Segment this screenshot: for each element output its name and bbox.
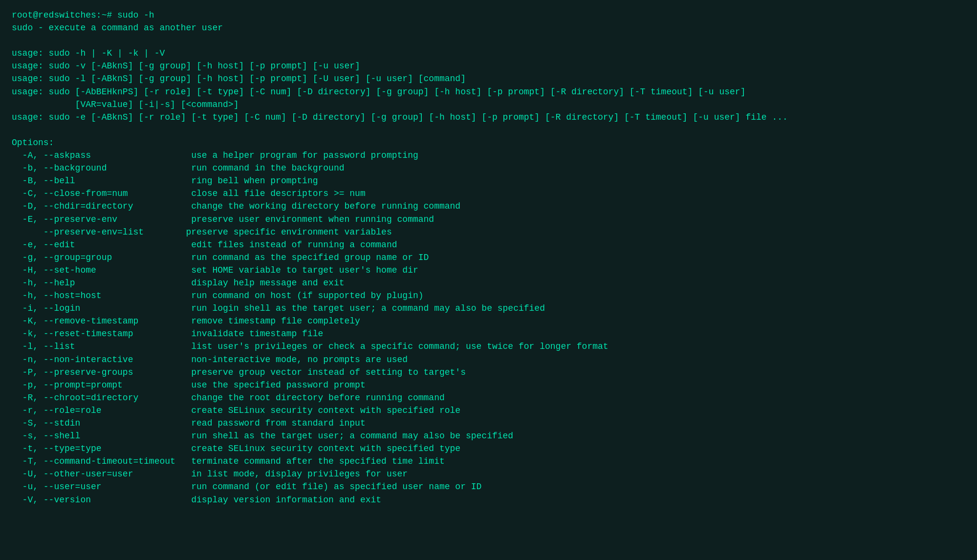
output-line: -E, --preserve-env preserve user environ… (12, 215, 434, 224)
output-line: usage: sudo -h | -K | -k | -V (12, 48, 165, 58)
output-line: -V, --version display version informatio… (12, 495, 381, 505)
output-line: Options: (12, 138, 54, 148)
output-line: -C, --close-from=num close all file desc… (12, 189, 366, 198)
output-line: -e, --edit edit files instead of running… (12, 240, 397, 250)
output-line: -D, --chdir=directory change the working… (12, 201, 460, 211)
output-line: usage: sudo -e [-ABknS] [-r role] [-t ty… (12, 112, 788, 122)
output-line: -b, --background run command in the back… (12, 163, 345, 173)
output-line: -h, --help display help message and exit (12, 278, 345, 288)
output-line: -U, --other-user=user in list mode, disp… (12, 469, 408, 479)
output-line: -A, --askpass use a helper program for p… (12, 151, 418, 160)
output-line: -t, --type=type create SELinux security … (12, 444, 460, 453)
output-line: -H, --set-home set HOME variable to targ… (12, 265, 418, 275)
output-line: -l, --list list user's privileges or che… (12, 342, 608, 351)
terminal-window: root@redswitches:~# sudo -h sudo - execu… (12, 9, 965, 506)
terminal-text: root@redswitches:~# sudo -h sudo - execu… (12, 9, 965, 506)
output-line: -k, --reset-timestamp invalidate timesta… (12, 329, 323, 339)
output-line: -S, --stdin read password from standard … (12, 418, 366, 428)
output-line: -r, --role=role create SELinux security … (12, 406, 460, 415)
output-line: -s, --shell run shell as the target user… (12, 431, 513, 441)
output-line: usage: sudo -v [-ABknS] [-g group] [-h h… (12, 61, 360, 71)
output-line: -P, --preserve-groups preserve group vec… (12, 367, 466, 377)
output-line: sudo - execute a command as another user (12, 23, 223, 33)
output-line: -g, --group=group run command as the spe… (12, 253, 429, 262)
output-line: -T, --command-timeout=timeout terminate … (12, 456, 445, 466)
output-line: -p, --prompt=prompt use the specified pa… (12, 380, 366, 390)
output-line: -u, --user=user run command (or edit fil… (12, 482, 481, 492)
output-line: -n, --non-interactive non-interactive mo… (12, 355, 408, 365)
output-line: -B, --bell ring bell when prompting (12, 176, 318, 186)
output-line: usage: sudo -l [-ABknS] [-g group] [-h h… (12, 74, 466, 84)
output-line: usage: sudo [-AbBEHknPS] [-r role] [-t t… (12, 87, 745, 97)
output-line: --preserve-env=list preserve specific en… (12, 227, 392, 237)
output-line: -h, --host=host run command on host (if … (12, 291, 424, 301)
terminal-output: root@redswitches:~# sudo -h sudo - execu… (12, 9, 965, 506)
output-line: [VAR=value] [-i|-s] [<command>] (12, 100, 239, 109)
output-line: -K, --remove-timestamp remove timestamp … (12, 316, 360, 326)
prompt-line: root@redswitches:~# sudo -h (12, 10, 154, 20)
output-line: -i, --login run login shell as the targe… (12, 303, 545, 313)
output-line: -R, --chroot=directory change the root d… (12, 393, 445, 403)
